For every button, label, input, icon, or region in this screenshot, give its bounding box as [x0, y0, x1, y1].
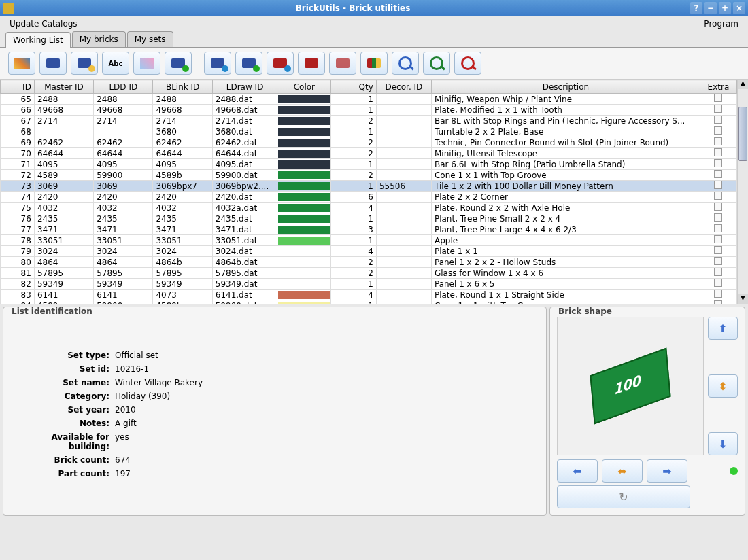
col-color[interactable]: Color — [277, 80, 331, 94]
brick-table[interactable]: ID Master ID LDD ID BLink ID LDraw ID Co… — [0, 80, 737, 304]
money-tile-icon — [590, 347, 670, 424]
col-decor[interactable]: Decor. ID — [376, 80, 431, 94]
rotate-up-button[interactable]: ⬆ — [708, 317, 738, 340]
extra-checkbox[interactable] — [714, 159, 722, 167]
col-desc[interactable]: Description — [431, 80, 700, 94]
window-help-button[interactable]: ? — [690, 2, 702, 14]
extra-checkbox[interactable] — [714, 300, 722, 304]
col-id[interactable]: ID — [1, 80, 35, 94]
extra-checkbox[interactable] — [714, 192, 722, 200]
info-label: Part count: — [14, 469, 109, 478]
toolbar-import-set-button[interactable] — [8, 52, 35, 75]
toolbar-search-red-button[interactable] — [454, 52, 481, 75]
app-icon — [3, 3, 14, 14]
tab-my-bricks[interactable]: My bricks — [72, 31, 126, 47]
table-row[interactable]: 6962462624626246262462.dat2Technic, Pin … — [1, 137, 737, 148]
toolbar-search-green-button[interactable] — [423, 52, 450, 75]
col-blink[interactable]: BLink ID — [153, 80, 212, 94]
rotate-down-button[interactable]: ⬇ — [708, 432, 738, 455]
extra-checkbox[interactable] — [714, 203, 722, 211]
toolbar-add-green-button[interactable] — [235, 52, 262, 75]
col-master[interactable]: Master ID — [34, 80, 93, 94]
scroll-thumb[interactable] — [738, 107, 747, 161]
extra-checkbox[interactable] — [714, 181, 722, 189]
toolbar-search-blue-button[interactable] — [392, 52, 419, 75]
window-minimize-button[interactable]: − — [704, 2, 717, 14]
table-row[interactable]: 742420242024202420.dat6Plate 2 x 2 Corne… — [1, 192, 737, 203]
brick-shape-panel: Brick shape ⬆ ⬍ ⬇ ⬅ ⬌ ➡ ↻ — [549, 307, 745, 516]
extra-checkbox[interactable] — [714, 246, 722, 254]
window-maximize-button[interactable]: + — [719, 2, 731, 14]
menu-update-catalogs[interactable]: Update Catalogs — [4, 18, 83, 30]
menubar: Update Catalogs Program — [0, 16, 748, 31]
toolbar-red-texture-button[interactable] — [329, 52, 356, 75]
extra-checkbox[interactable] — [714, 268, 722, 276]
info-value: Official set — [115, 351, 539, 360]
table-row[interactable]: 762435243524352435.dat1Plant, Tree Pine … — [1, 213, 737, 224]
extra-checkbox[interactable] — [714, 290, 722, 298]
table-row[interactable]: 73306930693069bpx73069bpw2....155506Tile… — [1, 181, 737, 192]
table-row[interactable]: 652488248824882488.dat1Minifig, Weapon W… — [1, 94, 737, 105]
extra-checkbox[interactable] — [714, 257, 722, 265]
table-row[interactable]: 8157895578955789557895.dat2Glass for Win… — [1, 268, 737, 279]
toolbar-check-button[interactable] — [165, 52, 192, 75]
table-row[interactable]: 6649668496684966849668.dat1Plate, Modifi… — [1, 105, 737, 116]
tab-working-list[interactable]: Working List — [5, 32, 71, 48]
info-value: 2010 — [115, 405, 539, 415]
table-row[interactable]: 836141614140736141.dat4Plate, Round 1 x … — [1, 290, 737, 300]
table-row[interactable]: 7833051330513305133051.dat1Apple — [1, 235, 737, 246]
list-identification-panel: List identification Set type:Official se… — [3, 307, 547, 516]
table-row[interactable]: 6836803680.dat1Turntable 2 x 2 Plate, Ba… — [1, 126, 737, 137]
scroll-down-icon[interactable]: ▼ — [738, 294, 748, 304]
extra-checkbox[interactable] — [714, 126, 722, 135]
table-row[interactable]: 80486448644864b4864b.dat2Panel 1 x 2 x 2… — [1, 257, 737, 268]
extra-checkbox[interactable] — [714, 279, 722, 287]
rotate-vertical-button[interactable]: ⬍ — [708, 374, 738, 398]
arrow-left-icon: ⬅ — [573, 465, 581, 478]
table-row[interactable]: 754032403240324032a.dat4Plate, Round 2 x… — [1, 203, 737, 213]
table-row[interactable]: 773471347134713471.dat3Plant, Tree Pine … — [1, 224, 737, 235]
refresh-button[interactable]: ↻ — [557, 485, 690, 508]
table-row[interactable]: 714095409540954095.dat1Bar 6.6L with Sto… — [1, 159, 737, 170]
col-ldraw[interactable]: LDraw ID — [212, 80, 277, 94]
extra-checkbox[interactable] — [714, 148, 722, 156]
toolbar-red-brick-button[interactable] — [298, 52, 325, 75]
extra-checkbox[interactable] — [714, 170, 722, 178]
table-row[interactable]: 8259349593495934959349.dat1Panel 1 x 6 x… — [1, 279, 737, 290]
toolbar-text-button[interactable]: Abc — [102, 52, 129, 75]
extra-checkbox[interactable] — [714, 137, 722, 145]
rotate-right-button[interactable]: ➡ — [647, 459, 687, 483]
window-close-button[interactable]: × — [733, 2, 745, 14]
menu-program[interactable]: Program — [698, 18, 744, 30]
table-row[interactable]: 724589599004589b59900.dat2Cone 1 x 1 wit… — [1, 170, 737, 181]
toolbar-brick-down-button[interactable] — [71, 52, 98, 75]
rotate-horizontal-button[interactable]: ⬌ — [602, 459, 643, 483]
info-label: Category: — [14, 391, 109, 401]
tab-bar: Working List My bricks My sets — [0, 31, 748, 48]
table-row[interactable]: 793024302430243024.dat4Plate 1 x 1 — [1, 246, 737, 257]
col-qty[interactable]: Qty — [331, 80, 377, 94]
table-row[interactable]: 672714271427142714.dat2Bar 8L with Stop … — [1, 116, 737, 126]
rotate-left-button[interactable]: ⬅ — [557, 459, 598, 483]
panel-title: List identification — [9, 307, 95, 316]
extra-checkbox[interactable] — [714, 224, 722, 232]
extra-checkbox[interactable] — [714, 105, 722, 113]
scroll-up-icon[interactable]: ▲ — [738, 80, 748, 89]
info-value: yes — [115, 432, 539, 451]
extra-checkbox[interactable] — [714, 116, 722, 124]
table-scrollbar[interactable]: ▲ ▼ — [737, 80, 748, 304]
table-row[interactable]: 7064644646446464464644.dat2Minifig, Uten… — [1, 148, 737, 159]
table-row[interactable]: 844589599004589b59900.dat1Cone 1 x 1 wit… — [1, 300, 737, 304]
toolbar-multi-button[interactable] — [360, 52, 388, 75]
toolbar-add-red-button[interactable] — [267, 52, 294, 75]
extra-checkbox[interactable] — [714, 235, 722, 243]
toolbar-export-image-button[interactable] — [133, 52, 160, 75]
col-ldd[interactable]: LDD ID — [94, 80, 153, 94]
extra-checkbox[interactable] — [714, 213, 722, 222]
extra-checkbox[interactable] — [714, 94, 722, 102]
toolbar-add-blue-button[interactable] — [204, 52, 231, 75]
col-extra[interactable]: Extra — [700, 80, 736, 94]
toolbar-brick-button[interactable] — [39, 52, 67, 75]
info-value: Holiday (390) — [115, 391, 539, 401]
tab-my-sets[interactable]: My sets — [127, 31, 173, 47]
